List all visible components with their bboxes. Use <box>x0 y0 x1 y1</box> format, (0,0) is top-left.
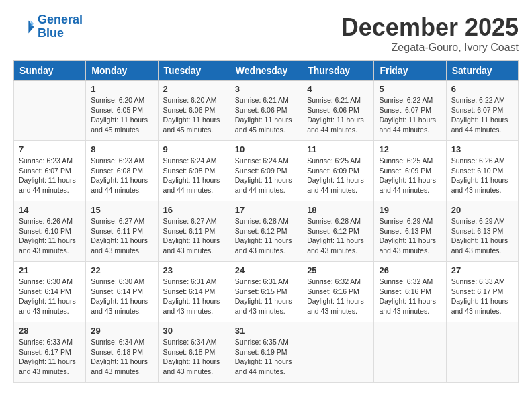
calendar-week-2: 7Sunrise: 6:23 AMSunset: 6:07 PMDaylight… <box>14 141 519 201</box>
day-info: Sunrise: 6:21 AMSunset: 6:06 PMDaylight:… <box>307 95 369 135</box>
daylight-text: Daylight: 11 hours and 43 minutes. <box>19 357 81 376</box>
calendar-cell: 1Sunrise: 6:20 AMSunset: 6:05 PMDaylight… <box>86 81 158 141</box>
daylight-text: Daylight: 11 hours and 43 minutes. <box>451 236 513 255</box>
calendar-cell: 6Sunrise: 6:22 AMSunset: 6:07 PMDaylight… <box>446 81 518 141</box>
column-header-saturday: Saturday <box>446 61 518 81</box>
sunset-text: Sunset: 6:07 PM <box>451 105 513 116</box>
sunset-text: Sunset: 6:09 PM <box>379 166 441 176</box>
sunrise-text: Sunrise: 6:28 AM <box>235 216 297 226</box>
day-number: 20 <box>451 205 513 215</box>
day-info: Sunrise: 6:32 AMSunset: 6:16 PMDaylight:… <box>307 277 369 316</box>
daylight-text: Daylight: 11 hours and 44 minutes. <box>451 115 513 134</box>
day-number: 14 <box>19 205 81 215</box>
day-info: Sunrise: 6:25 AMSunset: 6:09 PMDaylight:… <box>307 156 369 195</box>
day-number: 22 <box>91 265 152 275</box>
calendar-cell: 26Sunrise: 6:32 AMSunset: 6:16 PMDayligh… <box>374 262 446 322</box>
sunset-text: Sunset: 6:06 PM <box>163 105 225 116</box>
column-header-sunday: Sunday <box>14 61 86 81</box>
day-number: 2 <box>163 84 225 94</box>
sunset-text: Sunset: 6:09 PM <box>307 166 369 176</box>
daylight-text: Daylight: 11 hours and 44 minutes. <box>307 115 369 134</box>
sunset-text: Sunset: 6:12 PM <box>235 226 297 236</box>
day-info: Sunrise: 6:35 AMSunset: 6:19 PMDaylight:… <box>235 337 297 377</box>
title-area: December 2025 Zegata-Gouro, Ivory Coast <box>341 13 519 54</box>
sunrise-text: Sunrise: 6:33 AM <box>19 337 81 347</box>
calendar-cell: 30Sunrise: 6:34 AMSunset: 6:18 PMDayligh… <box>158 322 230 383</box>
day-info: Sunrise: 6:21 AMSunset: 6:06 PMDaylight:… <box>235 95 297 135</box>
day-info: Sunrise: 6:30 AMSunset: 6:14 PMDaylight:… <box>91 277 152 316</box>
sunset-text: Sunset: 6:13 PM <box>379 226 441 236</box>
daylight-text: Daylight: 11 hours and 43 minutes. <box>19 236 81 255</box>
day-number: 31 <box>235 326 297 336</box>
sunset-text: Sunset: 6:16 PM <box>307 287 369 297</box>
calendar-cell: 5Sunrise: 6:22 AMSunset: 6:07 PMDaylight… <box>374 81 446 141</box>
calendar-cell <box>374 322 446 383</box>
calendar-cell: 4Sunrise: 6:21 AMSunset: 6:06 PMDaylight… <box>302 81 374 141</box>
sunrise-text: Sunrise: 6:21 AM <box>307 95 369 105</box>
day-info: Sunrise: 6:33 AMSunset: 6:17 PMDaylight:… <box>19 337 81 377</box>
day-info: Sunrise: 6:27 AMSunset: 6:11 PMDaylight:… <box>163 216 225 256</box>
day-info: Sunrise: 6:27 AMSunset: 6:11 PMDaylight:… <box>91 216 152 256</box>
column-header-friday: Friday <box>374 61 446 81</box>
day-number: 24 <box>235 265 297 275</box>
logo-line1: General <box>38 13 83 26</box>
daylight-text: Daylight: 11 hours and 45 minutes. <box>91 115 152 134</box>
day-info: Sunrise: 6:31 AMSunset: 6:14 PMDaylight:… <box>163 277 225 316</box>
sunrise-text: Sunrise: 6:29 AM <box>451 216 513 226</box>
day-info: Sunrise: 6:30 AMSunset: 6:14 PMDaylight:… <box>19 277 81 316</box>
sunrise-text: Sunrise: 6:35 AM <box>235 337 297 347</box>
daylight-text: Daylight: 11 hours and 43 minutes. <box>235 236 297 255</box>
day-number: 8 <box>91 144 152 154</box>
daylight-text: Daylight: 11 hours and 43 minutes. <box>91 357 152 376</box>
day-number: 3 <box>235 84 297 94</box>
sunset-text: Sunset: 6:15 PM <box>235 287 297 297</box>
daylight-text: Daylight: 11 hours and 43 minutes. <box>307 236 369 255</box>
daylight-text: Daylight: 11 hours and 44 minutes. <box>235 357 297 376</box>
calendar-cell: 12Sunrise: 6:25 AMSunset: 6:09 PMDayligh… <box>374 141 446 201</box>
logo-text: General Blue <box>38 13 83 40</box>
daylight-text: Daylight: 11 hours and 45 minutes. <box>163 115 225 134</box>
day-number: 5 <box>379 84 441 94</box>
sunrise-text: Sunrise: 6:20 AM <box>91 95 152 105</box>
day-number: 21 <box>19 265 81 275</box>
day-number: 15 <box>91 205 152 215</box>
day-info: Sunrise: 6:22 AMSunset: 6:07 PMDaylight:… <box>451 95 513 135</box>
sunrise-text: Sunrise: 6:23 AM <box>19 156 81 166</box>
daylight-text: Daylight: 11 hours and 43 minutes. <box>163 357 225 376</box>
daylight-text: Daylight: 11 hours and 43 minutes. <box>91 236 152 255</box>
sunrise-text: Sunrise: 6:34 AM <box>163 337 225 347</box>
sunrise-text: Sunrise: 6:23 AM <box>91 156 152 166</box>
daylight-text: Daylight: 11 hours and 44 minutes. <box>307 175 369 195</box>
sunrise-text: Sunrise: 6:32 AM <box>307 277 369 287</box>
day-info: Sunrise: 6:24 AMSunset: 6:09 PMDaylight:… <box>235 156 297 195</box>
sunrise-text: Sunrise: 6:20 AM <box>163 95 225 105</box>
calendar-cell: 2Sunrise: 6:20 AMSunset: 6:06 PMDaylight… <box>158 81 230 141</box>
day-number: 23 <box>163 265 225 275</box>
sunrise-text: Sunrise: 6:32 AM <box>379 277 441 287</box>
day-info: Sunrise: 6:23 AMSunset: 6:08 PMDaylight:… <box>91 156 152 195</box>
day-info: Sunrise: 6:20 AMSunset: 6:06 PMDaylight:… <box>163 95 225 135</box>
sunset-text: Sunset: 6:14 PM <box>91 287 152 297</box>
calendar-cell: 11Sunrise: 6:25 AMSunset: 6:09 PMDayligh… <box>302 141 374 201</box>
day-info: Sunrise: 6:28 AMSunset: 6:12 PMDaylight:… <box>235 216 297 256</box>
calendar-cell: 15Sunrise: 6:27 AMSunset: 6:11 PMDayligh… <box>86 201 158 262</box>
day-number: 25 <box>307 265 369 275</box>
sunset-text: Sunset: 6:08 PM <box>163 166 225 176</box>
sunset-text: Sunset: 6:14 PM <box>163 287 225 297</box>
day-info: Sunrise: 6:20 AMSunset: 6:05 PMDaylight:… <box>91 95 152 135</box>
calendar-week-5: 28Sunrise: 6:33 AMSunset: 6:17 PMDayligh… <box>14 322 519 383</box>
sunrise-text: Sunrise: 6:30 AM <box>91 277 152 287</box>
sunrise-text: Sunrise: 6:29 AM <box>379 216 441 226</box>
day-number: 4 <box>307 84 369 94</box>
daylight-text: Daylight: 11 hours and 43 minutes. <box>379 236 441 255</box>
calendar-cell: 8Sunrise: 6:23 AMSunset: 6:08 PMDaylight… <box>86 141 158 201</box>
day-info: Sunrise: 6:22 AMSunset: 6:07 PMDaylight:… <box>379 95 441 135</box>
calendar-cell: 7Sunrise: 6:23 AMSunset: 6:07 PMDaylight… <box>14 141 86 201</box>
day-info: Sunrise: 6:34 AMSunset: 6:18 PMDaylight:… <box>163 337 225 377</box>
calendar-cell: 10Sunrise: 6:24 AMSunset: 6:09 PMDayligh… <box>230 141 302 201</box>
column-header-wednesday: Wednesday <box>230 61 302 81</box>
logo: General Blue <box>13 13 83 40</box>
calendar-cell: 25Sunrise: 6:32 AMSunset: 6:16 PMDayligh… <box>302 262 374 322</box>
daylight-text: Daylight: 11 hours and 43 minutes. <box>163 296 225 316</box>
calendar-cell: 23Sunrise: 6:31 AMSunset: 6:14 PMDayligh… <box>158 262 230 322</box>
